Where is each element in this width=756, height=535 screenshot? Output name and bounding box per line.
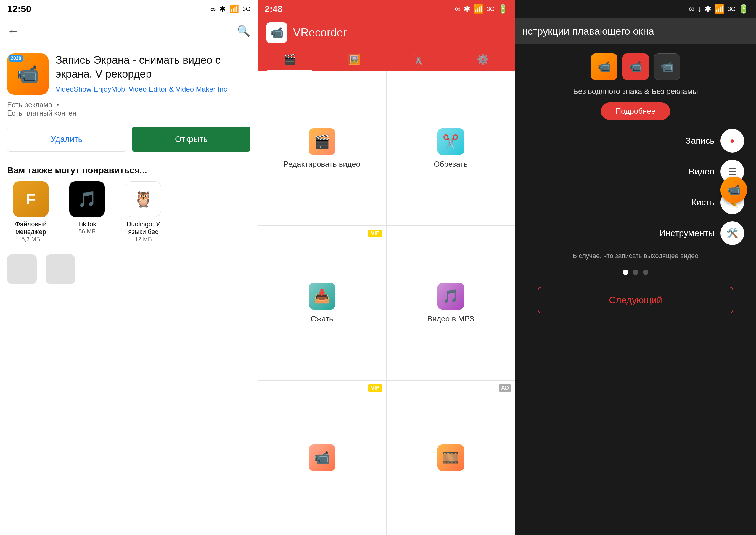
floating-record-button[interactable]: 📹: [720, 177, 747, 203]
vr-logo: 📹: [266, 22, 287, 43]
app-title: Запись Экрана - снимать видео с экрана, …: [56, 53, 251, 81]
instr-wifi-icon: 📶: [714, 4, 725, 14]
vip-badge: VIP: [368, 230, 382, 237]
tab-trim[interactable]: ✂️: [386, 47, 451, 71]
bottom-icons-row: [0, 242, 257, 284]
tools-button[interactable]: 🛠️: [720, 221, 744, 245]
feature-trim[interactable]: ✂️ Обрезать: [386, 71, 515, 226]
menu-row-video: Видео ☰: [527, 160, 744, 183]
network-icon: 3G: [242, 6, 251, 13]
thumb-2: 📹: [622, 53, 649, 80]
next-button[interactable]: Следующий: [538, 287, 734, 313]
instructions-panel: ∞ ↓ ✱ 📶 3G 🔋 нструкции плавающего окна 📹…: [515, 0, 756, 535]
list-item[interactable]: 🎵 TikTok 56 МБ: [63, 181, 111, 242]
vrecorder-panel: 2:48 ∞ ✱ 📶 3G 🔋 📹 VRecorder 🎬 🖼️ ✂️ ⚙️: [257, 0, 515, 535]
video-mp3-label: Видео в МРЗ: [427, 314, 474, 324]
app-header: 2020 📹 Запись Экрана - снимать видео с э…: [0, 44, 257, 101]
signal-icon: 📶: [230, 4, 239, 14]
thumb-1: 📹: [591, 53, 617, 80]
back-icon[interactable]: ←: [7, 24, 19, 38]
instr-status-bar: ∞ ↓ ✱ 📶 3G 🔋: [515, 0, 756, 18]
extra1-icon: 📹: [309, 444, 336, 471]
trim-label: Обрезать: [434, 160, 468, 169]
menu-row-brush: Кисть ✏️: [527, 190, 744, 214]
vr-status-bar: 2:48 ∞ ✱ 📶 3G 🔋: [257, 0, 515, 18]
duolingo-app-size: 12 МБ: [135, 236, 152, 242]
no-watermark-text: Без водяного знака & Без рекламы: [573, 86, 698, 97]
page-dots: [623, 269, 648, 275]
vr-battery-icon: 🔋: [498, 4, 508, 14]
files-app-size: 5,3 МБ: [21, 236, 40, 242]
feature-compress[interactable]: VIP 📥 Сжать: [257, 226, 386, 380]
menu-items: Запись ● Видео ☰ Кисть ✏️: [527, 129, 744, 245]
vr-infinity-icon: ∞: [455, 4, 461, 14]
list-item[interactable]: F Файловый менеджер 5,3 МБ: [7, 181, 54, 242]
tab-video[interactable]: 🎬: [257, 47, 322, 71]
record-button[interactable]: ●: [720, 129, 744, 153]
instr-battery-icon: 🔋: [739, 4, 749, 14]
status-time: 12:50: [7, 4, 31, 14]
dot-3: [643, 269, 648, 275]
feature-extra1[interactable]: VIP 📹: [257, 380, 386, 535]
infinity-icon: ∞: [210, 4, 216, 14]
compress-label: Сжать: [310, 314, 333, 324]
app-thumbnails: 📹 📹 📹: [591, 53, 680, 80]
menu-tools-label: Инструменты: [659, 228, 715, 238]
tiktok-app-name: TikTok: [78, 220, 96, 228]
vr-wifi-icon: 📶: [473, 4, 484, 14]
trim-icon: ✂️: [438, 128, 464, 155]
record-icon: ●: [730, 136, 735, 146]
app-developer: VideoShow EnjoyMobi Video Editor & Video…: [56, 84, 251, 94]
menu-brush-label: Кисть: [691, 197, 715, 207]
vr-logo-icon: 📹: [270, 26, 284, 39]
open-button[interactable]: Открыть: [132, 127, 251, 152]
extra2-icon: 🎞️: [438, 444, 464, 471]
feature-video-mp3[interactable]: 🎵 Видео в МРЗ: [386, 226, 515, 380]
feature-extra2[interactable]: AD 🎞️: [386, 380, 515, 535]
menu-record-label: Запись: [686, 136, 715, 146]
duolingo-app-name: Duolingo: У языки бес: [120, 220, 167, 236]
related-icon-placeholder: [45, 254, 75, 284]
vr-toolbar: 📹 VRecorder: [257, 18, 515, 47]
bluetooth-icon: ✱: [219, 4, 226, 14]
vr-tabs: 🎬 🖼️ ✂️ ⚙️: [257, 47, 515, 71]
status-icons: ∞ ✱ 📶 3G: [210, 4, 251, 14]
menu-items-wrapper: Запись ● Видео ☰ Кисть ✏️: [527, 129, 744, 251]
tools-icon: 🛠️: [726, 228, 738, 239]
related-apps-list: F Файловый менеджер 5,3 МБ 🎵 TikTok 56 М…: [0, 181, 257, 242]
instr-infinity-icon: ∞: [688, 4, 694, 14]
play-toolbar: ← 🔍: [0, 18, 257, 44]
related-section-title: Вам также могут понравиться...: [0, 160, 257, 181]
trim-tab-icon: ✂️: [412, 53, 425, 65]
search-icon[interactable]: 🔍: [237, 25, 251, 37]
menu-row-record: Запись ●: [527, 129, 744, 153]
feature-edit-video[interactable]: 🎬 Редактировать видео: [257, 71, 386, 226]
list-item[interactable]: 🦉 Duolingo: У языки бес 12 МБ: [120, 181, 167, 242]
vr-bluetooth-icon: ✱: [464, 4, 470, 14]
app-info: Запись Экрана - снимать видео с экрана, …: [56, 53, 251, 94]
ads-label: Есть реклама: [7, 101, 52, 109]
instr-status-icons: ∞ ↓ ✱ 📶 3G 🔋: [688, 4, 749, 14]
instr-description: В случае, что записать выходящее видео: [567, 251, 705, 261]
vr-app-title: VRecorder: [293, 26, 347, 39]
files-icon: F: [13, 181, 48, 217]
tab-photo[interactable]: 🖼️: [322, 47, 387, 71]
delete-button[interactable]: Удалить: [7, 127, 126, 152]
video-list-icon: ☰: [728, 166, 737, 177]
instr-main: 📹 📹 📹 Без водяного знака & Без рекламы П…: [515, 44, 756, 535]
photo-tab-icon: 🖼️: [348, 53, 360, 65]
compress-icon: 📥: [309, 283, 336, 310]
instr-network-icon: 3G: [728, 6, 736, 13]
podrobnee-button[interactable]: Подробнее: [601, 102, 670, 120]
edit-video-icon: 🎬: [309, 128, 336, 155]
google-play-panel: 12:50 ∞ ✱ 📶 3G ← 🔍 2020 📹 Запись Экрана …: [0, 0, 257, 535]
vr-feature-grid: 🎬 Редактировать видео ✂️ Обрезать VIP 📥 …: [257, 71, 515, 535]
duolingo-icon: 🦉: [125, 181, 161, 217]
video-tab-icon: 🎬: [284, 53, 296, 65]
menu-video-label: Видео: [688, 166, 715, 177]
instr-bluetooth-icon: ✱: [705, 4, 711, 14]
ad-badge: AD: [499, 384, 511, 392]
vr-status-icons: ∞ ✱ 📶 3G 🔋: [455, 4, 508, 14]
menu-row-tools: Инструменты 🛠️: [527, 221, 744, 245]
tab-settings[interactable]: ⚙️: [451, 47, 515, 71]
